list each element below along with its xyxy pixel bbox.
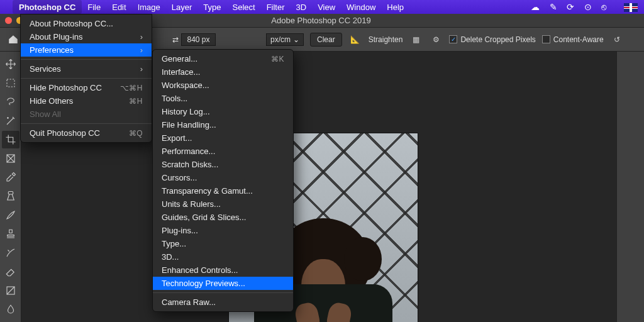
pref-type[interactable]: Type...	[153, 237, 293, 250]
history-brush-tool[interactable]	[2, 244, 19, 262]
menubar-tray: ☁︎ ✎ ⟳ ⊙ ⎋	[523, 2, 638, 12]
shortcut-label: ⌘K	[271, 55, 284, 64]
close-icon[interactable]	[5, 17, 12, 24]
crop-width-input[interactable]	[181, 33, 216, 46]
pref-technology-previews[interactable]: Technology Previews...	[153, 277, 293, 290]
marquee-tool[interactable]	[2, 74, 19, 92]
shortcut-label: ⌘H	[129, 97, 143, 106]
macos-menubar: Photoshop CC File Edit Image Layer Type …	[0, 0, 644, 14]
pref-cursors[interactable]: Cursors...	[153, 171, 293, 184]
pref-camera-raw[interactable]: Camera Raw...	[153, 296, 293, 309]
menu-file[interactable]: File	[82, 3, 106, 12]
input-flag[interactable]	[616, 2, 638, 12]
svg-rect-2	[8, 192, 13, 195]
pref-interface[interactable]: Interface...	[153, 65, 293, 79]
pref-units-rulers[interactable]: Units & Rulers...	[153, 197, 293, 211]
shortcut-label: ⌥⌘H	[120, 84, 143, 92]
pref-general[interactable]: General...⌘K	[153, 52, 293, 65]
menu-filter[interactable]: Filter	[261, 3, 291, 12]
menuitem-preferences[interactable]: Preferences›	[21, 43, 152, 57]
delete-cropped-label: Delete Cropped Pixels	[460, 35, 535, 44]
healing-tool[interactable]	[2, 187, 19, 205]
magic-wand-tool[interactable]	[2, 112, 19, 130]
chevron-right-icon: ›	[140, 32, 143, 42]
menu-layer[interactable]: Layer	[166, 3, 198, 12]
cloud-icon[interactable]: ☁︎	[531, 2, 540, 12]
pref-plugins[interactable]: Plug-ins...	[153, 224, 293, 237]
pref-enhanced-controls[interactable]: Enhanced Controls...	[153, 264, 293, 277]
menu-separator	[153, 292, 293, 293]
pref-transparency-gamut[interactable]: Transparency & Gamut...	[153, 184, 293, 197]
menu-separator	[21, 59, 152, 60]
delete-cropped-checkbox[interactable]: Delete Cropped Pixels	[449, 35, 535, 44]
menuitem-show-all: Show All	[21, 108, 152, 121]
tool-strip	[0, 52, 21, 322]
clear-button[interactable]: Clear	[310, 33, 342, 47]
unit-select[interactable]: px/cm ⌄	[266, 33, 304, 46]
grid-overlay-icon[interactable]: ▦	[409, 33, 423, 47]
menu-edit[interactable]: Edit	[106, 3, 131, 12]
menu-separator	[21, 78, 152, 79]
stamp-tool[interactable]	[2, 225, 19, 243]
content-aware-label: Content-Aware	[553, 35, 604, 44]
menu-3d[interactable]: 3D	[291, 3, 313, 12]
menu-view[interactable]: View	[312, 3, 341, 12]
right-panel-collapsed[interactable]	[616, 52, 644, 322]
straighten-label[interactable]: Straighten	[369, 35, 403, 44]
preferences-submenu: General...⌘K Interface... Workspace... T…	[152, 49, 294, 312]
menuitem-about-plugins[interactable]: About Plug-ins›	[21, 30, 152, 43]
menu-type[interactable]: Type	[197, 3, 226, 12]
menuitem-about-photoshop[interactable]: About Photoshop CC...	[21, 17, 152, 30]
brush-icon[interactable]: ✎	[550, 2, 557, 12]
blur-tool[interactable]	[2, 301, 19, 318]
crop-width-field[interactable]: ⇄	[172, 33, 216, 46]
menu-help[interactable]: Help	[381, 3, 409, 12]
reset-icon[interactable]: ↺	[610, 33, 624, 47]
pref-tools[interactable]: Tools...	[153, 92, 293, 105]
pref-export[interactable]: Export...	[153, 131, 293, 145]
menu-window[interactable]: Window	[341, 3, 381, 12]
eraser-tool[interactable]	[2, 263, 19, 280]
eyedropper-tool[interactable]	[2, 169, 19, 186]
chevron-right-icon: ›	[140, 45, 143, 55]
sync-icon[interactable]: ⟳	[567, 2, 574, 12]
menuitem-hide-photoshop[interactable]: Hide Photoshop CC⌥⌘H	[21, 81, 152, 94]
unit-label: px/cm	[270, 35, 291, 44]
menuitem-quit[interactable]: Quit Photoshop CC⌘Q	[21, 126, 152, 140]
pref-scratch-disks[interactable]: Scratch Disks...	[153, 158, 293, 171]
menuitem-services[interactable]: Services›	[21, 62, 152, 75]
pref-workspace[interactable]: Workspace...	[153, 79, 293, 92]
pref-guides-grid[interactable]: Guides, Grid & Slices...	[153, 211, 293, 224]
menu-select[interactable]: Select	[226, 3, 260, 12]
menu-image[interactable]: Image	[132, 3, 166, 12]
app-menu-dropdown: About Photoshop CC... About Plug-ins› Pr…	[20, 14, 152, 143]
crop-tool[interactable]	[2, 131, 19, 148]
play-icon[interactable]: ⊙	[584, 2, 592, 12]
menu-separator	[21, 123, 152, 124]
chevron-down-icon: ⌄	[293, 35, 299, 44]
shortcut-label: ⌘Q	[129, 129, 143, 138]
straighten-icon[interactable]: 📐	[348, 33, 362, 47]
move-tool[interactable]	[2, 55, 19, 73]
svg-rect-0	[7, 79, 14, 87]
checkbox-icon	[449, 35, 457, 43]
pref-performance[interactable]: Performance...	[153, 145, 293, 158]
content-aware-checkbox[interactable]: Content-Aware	[542, 35, 604, 44]
frame-tool[interactable]	[2, 150, 19, 167]
app-menu-name[interactable]: Photoshop CC	[13, 0, 82, 14]
pref-3d[interactable]: 3D...	[153, 250, 293, 264]
gradient-tool[interactable]	[2, 282, 19, 299]
menuitem-hide-others[interactable]: Hide Others⌘H	[21, 94, 152, 108]
gear-icon[interactable]: ⚙	[429, 33, 443, 47]
swap-icon[interactable]: ⇄	[172, 35, 179, 44]
pref-history-log[interactable]: History Log...	[153, 105, 293, 118]
brush-tool[interactable]	[2, 206, 19, 224]
checkbox-icon	[542, 35, 550, 43]
chevron-right-icon: ›	[140, 64, 143, 74]
lasso-tool[interactable]	[2, 93, 19, 111]
pref-file-handling[interactable]: File Handling...	[153, 118, 293, 131]
bluetooth-icon[interactable]: ⎋	[601, 2, 606, 12]
home-button[interactable]	[5, 31, 21, 48]
